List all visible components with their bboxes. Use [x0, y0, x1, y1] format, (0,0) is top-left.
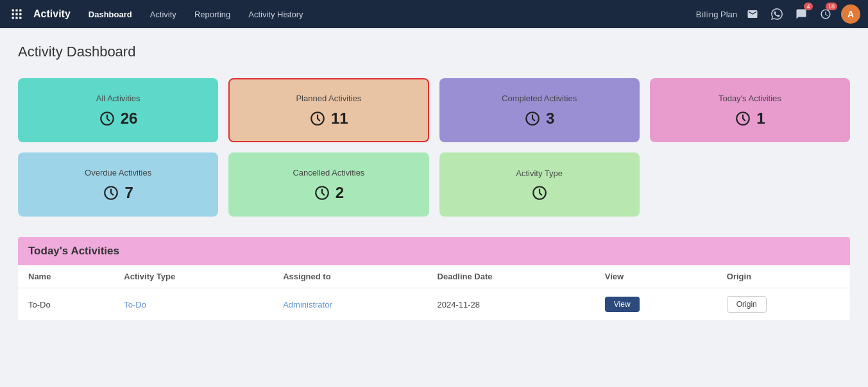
billing-plan-label: Billing Plan: [696, 10, 737, 19]
row-view-cell: View: [595, 288, 717, 321]
app-name: Activity: [33, 8, 71, 20]
clock-icon-btn[interactable]: 18: [817, 5, 835, 23]
card-planned-label: Planned Activities: [296, 94, 361, 103]
card-all-label: All Activities: [96, 94, 140, 103]
email-icon-btn[interactable]: [744, 5, 762, 23]
clock-icon: [309, 110, 326, 127]
clock-badge: 18: [826, 3, 837, 10]
table-header-row: Name Activity Type Assigned to Deadline …: [18, 265, 850, 288]
clock-icon: [524, 110, 541, 127]
row-assigned-to[interactable]: Administrator: [273, 288, 427, 321]
card-cancelled-number: 2: [336, 184, 344, 202]
card-acttype-value: [531, 185, 548, 201]
svg-rect-6: [12, 17, 14, 19]
activities-table: Name Activity Type Assigned to Deadline …: [18, 265, 850, 321]
nav-activity[interactable]: Activity: [144, 7, 183, 22]
card-completed-value: 3: [524, 110, 554, 128]
svg-rect-2: [19, 10, 21, 12]
nav-history[interactable]: Activity History: [242, 7, 309, 22]
card-today-number: 1: [756, 110, 765, 128]
clock-icon: [103, 185, 119, 201]
card-cancelled-activities[interactable]: Cancelled Activities 2: [228, 152, 429, 217]
card-empty: [650, 152, 850, 217]
card-overdue-value: 7: [103, 184, 133, 202]
card-acttype-label: Activity Type: [516, 169, 563, 178]
user-avatar[interactable]: A: [841, 4, 860, 24]
nav-dashboard[interactable]: Dashboard: [82, 7, 139, 22]
grid-icon[interactable]: [8, 5, 26, 23]
todays-activities-section: Today's Activities Name Activity Type As…: [18, 237, 850, 321]
row-name: To-Do: [18, 288, 114, 321]
card-overdue-number: 7: [124, 184, 133, 202]
card-activity-type[interactable]: Activity Type: [439, 152, 640, 217]
svg-rect-0: [12, 10, 14, 12]
page-title: Activity Dashboard: [18, 44, 850, 60]
cards-row1: All Activities 26 Planned Activities 11 …: [18, 78, 850, 217]
clock-icon: [314, 185, 330, 201]
svg-rect-1: [15, 10, 17, 12]
svg-rect-3: [12, 13, 14, 15]
table-row: To-Do To-Do Administrator 2024-11-28 Vie…: [18, 288, 850, 321]
whatsapp-icon-btn[interactable]: [768, 5, 786, 23]
page-content: Activity Dashboard All Activities 26 Pla…: [0, 28, 868, 336]
chat-badge: 4: [804, 3, 813, 10]
view-button[interactable]: View: [605, 297, 640, 312]
card-cancelled-label: Cancelled Activities: [293, 168, 364, 177]
col-activity-type: Activity Type: [114, 265, 273, 288]
clock-icon: [99, 110, 115, 127]
svg-rect-4: [15, 13, 17, 15]
col-deadline: Deadline Date: [427, 265, 595, 288]
card-todays-activities[interactable]: Today's Activities 1: [650, 78, 850, 142]
row-deadline: 2024-11-28: [427, 288, 595, 321]
card-completed-number: 3: [546, 110, 554, 128]
col-assigned-to: Assigned to: [273, 265, 427, 288]
card-completed-label: Completed Activities: [502, 94, 577, 103]
card-today-label: Today's Activities: [719, 94, 781, 103]
card-cancelled-value: 2: [314, 184, 344, 202]
card-planned-activities[interactable]: Planned Activities 11: [228, 78, 429, 142]
row-origin-cell: Origin: [717, 288, 850, 321]
svg-rect-5: [19, 13, 21, 15]
card-all-activities[interactable]: All Activities 26: [18, 78, 218, 142]
col-origin: Origin: [717, 265, 850, 288]
card-all-number: 26: [121, 110, 138, 128]
origin-button[interactable]: Origin: [727, 296, 767, 313]
clock-icon: [735, 110, 751, 127]
clock-icon: [531, 185, 548, 201]
card-today-value: 1: [735, 110, 765, 128]
card-planned-value: 11: [309, 110, 348, 128]
row-activity-type[interactable]: To-Do: [114, 288, 273, 321]
todays-activities-header: Today's Activities: [18, 237, 850, 265]
svg-rect-8: [19, 17, 21, 19]
svg-rect-7: [15, 17, 17, 19]
chat-icon-btn[interactable]: 4: [792, 5, 810, 23]
card-all-value: 26: [99, 110, 138, 128]
activities-table-container: Name Activity Type Assigned to Deadline …: [18, 265, 850, 321]
card-planned-number: 11: [331, 110, 348, 128]
card-overdue-activities[interactable]: Overdue Activities 7: [18, 152, 218, 217]
top-navigation: Activity Dashboard Activity Reporting Ac…: [0, 0, 868, 28]
nav-reporting[interactable]: Reporting: [188, 7, 237, 22]
col-view: View: [595, 265, 717, 288]
card-overdue-label: Overdue Activities: [85, 168, 151, 177]
card-completed-activities[interactable]: Completed Activities 3: [439, 78, 640, 142]
col-name: Name: [18, 265, 114, 288]
